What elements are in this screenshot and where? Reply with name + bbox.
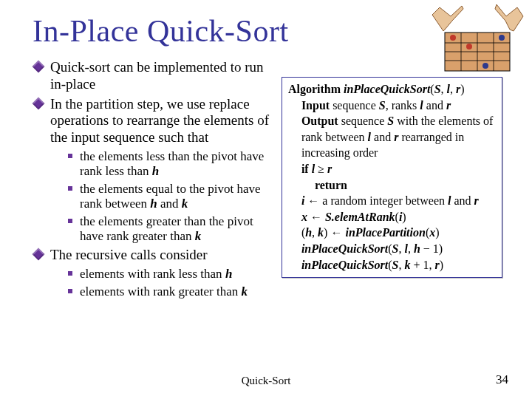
- text: sequence: [330, 99, 379, 112]
- algo-recurse-2: inPlaceQuickSort(S, k + 1, r): [301, 257, 496, 273]
- subbullet-rank-less-h: elements with rank less than h: [66, 267, 271, 282]
- bullet-text: The recursive calls consider: [50, 247, 208, 262]
- var-r: r: [327, 163, 332, 175]
- bullet-partition-step: In the partition step, we use replace op…: [33, 96, 271, 245]
- kw-input: Input: [301, 99, 330, 112]
- var-x: x: [301, 211, 307, 223]
- var-h: h: [150, 197, 157, 211]
- text: and: [451, 194, 474, 207]
- kw-output: Output: [301, 115, 338, 127]
- algo-line-i: i ← a random integer between l and r: [301, 193, 496, 209]
- paren-close: ): [460, 83, 464, 95]
- algo-recurse-1: inPlaceQuickSort(S, l, h − 1): [301, 241, 496, 257]
- var-k: k: [242, 284, 248, 299]
- bullet-text: In the partition step, we use replace op…: [50, 96, 269, 146]
- subbullet-rank-greater-k: elements with rank greater than k: [66, 284, 271, 299]
- var-r: r: [474, 194, 479, 207]
- var-k: k: [318, 226, 324, 239]
- text: , ranks: [386, 99, 420, 112]
- subbullet-text: the elements less than the pivot have ra…: [80, 149, 264, 178]
- text: sequence: [338, 115, 388, 127]
- comma: ,: [312, 226, 318, 239]
- fn-inPlaceQuickSort: inPlaceQuickSort: [301, 242, 388, 255]
- subbullet-text: elements with rank greater than: [80, 284, 242, 299]
- var-r: r: [446, 99, 451, 112]
- text: and: [371, 131, 394, 143]
- algo-line-partition: (h, k) ← inPlacePartition(x): [301, 225, 496, 241]
- subbullet-text: the elements greater than the pivot have…: [80, 214, 253, 243]
- subbullet-equal-pivot: the elements equal to the pivot have ran…: [66, 182, 271, 212]
- paren-close: ): [435, 226, 439, 239]
- text: ← a random integer between: [304, 194, 448, 207]
- text: − 1): [420, 242, 443, 255]
- comma: ,: [450, 83, 456, 95]
- algo-if: if l ≥ r: [301, 161, 496, 177]
- kw-algorithm: Algorithm: [288, 83, 341, 95]
- bullet-implemented-inplace: Quick-sort can be implemented to run in-…: [33, 59, 271, 93]
- algo-fname: inPlaceQuickSort: [344, 83, 430, 95]
- bullet-recursive-calls: The recursive calls consider elements wi…: [33, 247, 271, 299]
- text: and: [423, 99, 446, 112]
- text: ←: [307, 211, 325, 223]
- decorative-illustration: [429, 0, 525, 78]
- text: + 1,: [410, 259, 434, 271]
- algorithm-box: Algorithm inPlaceQuickSort(S, l, r) Inpu…: [282, 77, 502, 278]
- var-h: h: [305, 226, 312, 239]
- fn-inPlaceQuickSort: inPlaceQuickSort: [301, 259, 388, 271]
- comma: ,: [408, 242, 414, 255]
- text: ←: [327, 226, 345, 239]
- body-left-column: Quick-sort can be implemented to run in-…: [33, 59, 271, 302]
- body-right-column: Algorithm inPlaceQuickSort(S, l, r) Inpu…: [282, 59, 502, 302]
- svg-point-7: [450, 35, 456, 41]
- text-and: and: [157, 197, 182, 211]
- svg-point-10: [482, 63, 488, 69]
- op-ge: ≥: [315, 163, 327, 175]
- var-h: h: [152, 164, 159, 178]
- fn-inPlacePartition: inPlacePartition: [345, 226, 425, 239]
- kw-if: if: [301, 163, 309, 175]
- kw-return: return: [315, 179, 347, 191]
- svg-point-9: [499, 35, 505, 41]
- var-S: S: [379, 99, 386, 112]
- algo-input: Input sequence S, ranks l and r: [301, 98, 496, 114]
- var-h: h: [225, 267, 232, 281]
- footer-label: Quick-Sort: [0, 375, 532, 387]
- var-S: S: [434, 83, 441, 95]
- var-k: k: [182, 197, 188, 211]
- algo-return: return: [315, 177, 496, 194]
- algo-line-x: x ← S.elemAtRank(i): [301, 209, 496, 225]
- subbullet-text: elements with rank less than: [80, 267, 225, 281]
- comma: ,: [441, 83, 447, 95]
- var-k: k: [195, 229, 202, 243]
- fn-elemAtRank: S.elemAtRank: [325, 211, 395, 223]
- subbullet-less-than-pivot: the elements less than the pivot have ra…: [66, 149, 271, 180]
- var-S: S: [387, 115, 394, 127]
- svg-point-8: [466, 44, 472, 50]
- page-number: 34: [496, 372, 508, 387]
- paren-close: ): [440, 259, 443, 271]
- bullet-text: Quick-sort can be implemented to run in-…: [50, 59, 264, 92]
- algo-signature: Algorithm inPlaceQuickSort(S, l, r): [288, 81, 496, 98]
- var-h: h: [414, 242, 420, 255]
- paren-close: ): [402, 211, 406, 223]
- algo-output: Output sequence S with the elements of r…: [301, 113, 496, 161]
- subbullet-greater-than-pivot: the elements greater than the pivot have…: [66, 214, 271, 245]
